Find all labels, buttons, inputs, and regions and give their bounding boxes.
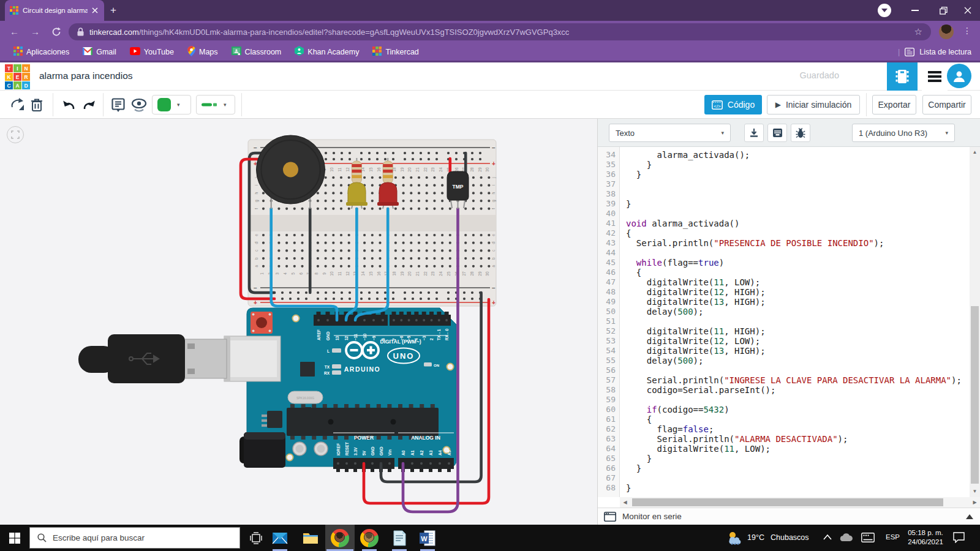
download-code-button[interactable]	[744, 124, 764, 142]
code-line[interactable]: flag=false;	[626, 424, 971, 434]
code-line[interactable]: {	[626, 414, 971, 424]
language-indicator[interactable]: ESP	[886, 533, 900, 541]
list-view-button[interactable]	[922, 62, 948, 91]
code-line[interactable]	[626, 473, 971, 483]
vertical-scrollbar[interactable]: ▲ ▼	[970, 147, 980, 497]
taskbar-app-notepad[interactable]	[385, 525, 414, 551]
chrome-update-badge-icon[interactable]	[870, 0, 899, 21]
reload-icon[interactable]	[51, 27, 61, 37]
trash-icon[interactable]	[31, 98, 43, 111]
code-line[interactable]: while(flag==true)	[626, 258, 971, 268]
power-analog-headers[interactable]	[333, 458, 454, 472]
code-line[interactable]: {	[626, 228, 971, 238]
serial-monitor-label[interactable]: Monitor en serie	[622, 512, 682, 521]
led-red[interactable]	[377, 182, 399, 209]
color-swatch-dropdown[interactable]: ▾	[152, 95, 191, 114]
new-tab-button[interactable]: +	[110, 4, 116, 17]
code-line[interactable]: }	[626, 483, 971, 493]
browser-menu-icon[interactable]: ⋮	[963, 26, 971, 36]
debug-button[interactable]	[791, 124, 810, 142]
code-line[interactable]	[626, 189, 971, 199]
library-button[interactable]	[767, 124, 787, 142]
board-select[interactable]: 1 (Arduino Uno R3)▾	[852, 124, 955, 142]
export-button[interactable]: Exportar	[872, 95, 916, 114]
code-button[interactable]: </> Código	[704, 95, 762, 114]
code-text[interactable]: alarma_activada(); } }}void alarma_activ…	[620, 147, 971, 497]
code-line[interactable]: }	[626, 160, 971, 170]
tab-close-icon[interactable]	[92, 7, 98, 13]
code-line[interactable]: {	[626, 268, 971, 277]
taskbar-app-chrome[interactable]	[355, 525, 384, 551]
weather-condition[interactable]: Chubascos	[771, 533, 809, 542]
usb-cable[interactable]	[78, 334, 227, 383]
code-line[interactable]: digitalWrite(11, HIGH);	[626, 326, 971, 336]
weather-icon[interactable]	[726, 530, 742, 545]
code-line[interactable]: alarma_activada();	[626, 150, 971, 160]
taskbar-search-input[interactable]: Escribe aquí para buscar	[29, 527, 240, 549]
tinkercad-logo[interactable]: TINKERCAD	[5, 64, 30, 89]
bookmark-item[interactable]: YouTube	[130, 47, 174, 57]
resistor[interactable]	[383, 158, 393, 185]
reading-list-label[interactable]: Lista de lectura	[919, 48, 971, 56]
zoom-to-fit-button[interactable]	[7, 126, 24, 143]
code-line[interactable]: digitalWrite(13, HIGH);	[626, 297, 971, 307]
code-line[interactable]: digitalWrite(13, HIGH);	[626, 346, 971, 356]
minimize-button[interactable]	[901, 0, 929, 21]
reset-button[interactable]	[251, 312, 273, 334]
undo-icon[interactable]	[61, 98, 76, 111]
code-line[interactable]: void alarma_activada()	[626, 219, 971, 228]
taskbar-app-chrome-active[interactable]	[325, 525, 355, 551]
code-line[interactable]	[626, 395, 971, 405]
code-line[interactable]	[626, 179, 971, 189]
browser-tab[interactable]: Circuit design alarma para incend	[5, 0, 104, 21]
expand-monitor-icon[interactable]	[966, 514, 973, 519]
code-line[interactable]: }	[626, 199, 971, 209]
code-line[interactable]	[626, 209, 971, 219]
code-line[interactable]: }	[626, 170, 971, 179]
notifications-icon[interactable]	[953, 532, 965, 543]
taskbar-app-mail[interactable]	[265, 525, 295, 551]
code-line[interactable]: }	[626, 454, 971, 463]
code-line[interactable]: digitalWrite(12, HIGH);	[626, 287, 971, 297]
forward-icon[interactable]: →	[31, 26, 40, 37]
rotate-flip-icon[interactable]	[11, 98, 26, 111]
code-line[interactable]: }	[626, 463, 971, 473]
code-line[interactable]: delay(500);	[626, 356, 971, 365]
chevron-up-icon[interactable]	[823, 534, 832, 540]
code-line[interactable]: codigo=Serial.parseInt();	[626, 385, 971, 395]
bookmark-item[interactable]: Aplicaciones	[13, 47, 69, 58]
led-yellow[interactable]	[346, 182, 368, 209]
back-icon[interactable]: ←	[10, 26, 19, 37]
circuit-canvas[interactable]: 1122334455667788991010111112121313141415…	[0, 119, 597, 525]
taskbar-app-file-explorer[interactable]	[296, 525, 325, 551]
onedrive-cloud-icon[interactable]	[839, 533, 853, 542]
code-line[interactable]: Serial.println("ALARMA DESACTIVADA");	[626, 434, 971, 444]
scrollbar-thumb[interactable]	[971, 306, 979, 484]
horizontal-scrollbar[interactable]: ◀ ▶	[620, 497, 980, 508]
weather-temp[interactable]: 19°C	[747, 533, 764, 542]
code-line[interactable]: delay(500);	[626, 307, 971, 317]
design-title[interactable]: alarma para incendios	[39, 70, 133, 81]
taskbar-app-word[interactable]: W	[413, 525, 442, 551]
start-simulation-button[interactable]: ▶ Iniciar simulación	[767, 95, 860, 114]
bookmark-item[interactable]: Khan Academy	[295, 46, 359, 58]
code-line[interactable]: digitalWrite(12, LOW);	[626, 336, 971, 346]
scrollbar-thumb[interactable]	[632, 498, 943, 506]
browser-profile-avatar[interactable]	[939, 24, 954, 39]
bookmark-item[interactable]: Tinkercad	[372, 47, 418, 58]
bookmark-item[interactable]: Maps	[187, 46, 218, 58]
code-mode-select[interactable]: Texto▾	[609, 124, 731, 142]
code-line[interactable]: Serial.println("INGRESE LA CLAVE PARA DE…	[626, 375, 971, 385]
address-bar[interactable]: tinkercad.com/things/hK4kmUD0Lmk-alarma-…	[69, 23, 931, 40]
visibility-icon[interactable]	[131, 98, 147, 113]
code-line[interactable]	[626, 248, 971, 258]
redo-icon[interactable]	[82, 98, 97, 111]
wire-style-dropdown[interactable]: ▾	[196, 95, 235, 114]
bookmark-item[interactable]: Gmail	[83, 47, 116, 57]
start-button[interactable]	[0, 525, 29, 551]
share-button[interactable]: Compartir	[922, 95, 971, 114]
code-line[interactable]	[626, 317, 971, 326]
code-line[interactable]	[626, 365, 971, 375]
code-line[interactable]: digitalWrite(11, LOW);	[626, 277, 971, 287]
close-button[interactable]	[954, 0, 980, 21]
